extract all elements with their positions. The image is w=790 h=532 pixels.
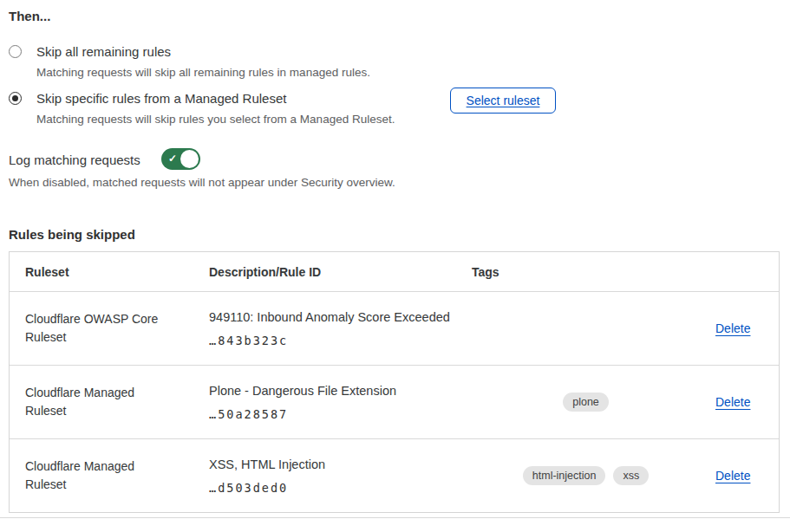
toggle-knob [180,150,199,168]
delete-rule-link[interactable]: Delete [715,321,750,335]
column-header-description-rule-id: Description/Rule ID [193,252,456,291]
tag-badge: xss [613,466,649,485]
rule-description: 949110: Inbound Anomaly Score Exceeded [209,310,456,325]
column-header-ruleset: Ruleset [10,252,193,291]
rule-description-cell: XSS, HTML Injection …d503ded0 [193,439,456,512]
rule-description-cell: Plone - Dangerous File Extension …50a285… [193,366,456,438]
then-heading: Then... [9,9,50,23]
tag-badge: html-injection [523,466,606,485]
tags-cell: plone [456,366,700,438]
rule-id: …d503ded0 [209,481,456,495]
radio-skip-all-remaining[interactable] [9,45,22,58]
ruleset-name: Cloudflare OWASP Core Ruleset [10,292,193,365]
option-skip-specific-label[interactable]: Skip specific rules from a Managed Rules… [36,90,522,107]
delete-rule-link[interactable]: Delete [715,395,750,409]
table-row: Cloudflare Managed Ruleset Plone - Dange… [10,365,779,438]
option-skip-specific-rules: Skip specific rules from a Managed Rules… [9,90,522,127]
rule-id: …50a28587 [209,407,456,421]
delete-rule-link[interactable]: Delete [715,469,750,483]
log-matching-requests-toggle[interactable]: ✓ [161,148,200,170]
column-header-actions [700,252,779,291]
select-ruleset-button[interactable]: Select ruleset [450,88,556,114]
table-row: Cloudflare Managed Ruleset XSS, HTML Inj… [10,438,779,512]
ruleset-name: Cloudflare Managed Ruleset [10,366,193,438]
option-skip-all-remaining: Skip all remaining rules Matching reques… [9,43,522,80]
ruleset-name: Cloudflare Managed Ruleset [10,439,193,512]
rule-description: XSS, HTML Injection [209,457,456,472]
rules-being-skipped-table: Ruleset Description/Rule ID Tags Cloudfl… [9,251,780,513]
tags-cell [456,292,700,365]
rule-id: …843b323c [209,334,456,347]
rule-description: Plone - Dangerous File Extension [209,384,456,399]
section-divider [0,517,790,518]
actions-cell: Delete [700,366,779,438]
check-icon: ✓ [168,152,177,165]
log-matching-requests-description: When disabled, matched requests will not… [9,176,395,189]
column-header-tags: Tags [456,252,700,291]
option-skip-all-label[interactable]: Skip all remaining rules [36,43,522,60]
table-header-row: Ruleset Description/Rule ID Tags [10,252,779,291]
option-skip-all-description: Matching requests will skip all remainin… [36,65,522,80]
option-skip-specific-description: Matching requests will skip rules you se… [36,112,522,127]
tag-badge: plone [563,393,609,412]
rule-description-cell: 949110: Inbound Anomaly Score Exceeded …… [193,292,456,365]
log-matching-requests-label: Log matching requests [9,152,140,167]
tags-cell: html-injection xss [456,439,700,512]
radio-skip-specific-rules[interactable] [9,92,22,105]
actions-cell: Delete [700,292,779,365]
actions-cell: Delete [700,439,779,512]
rules-being-skipped-heading: Rules being skipped [9,227,135,242]
table-row: Cloudflare OWASP Core Ruleset 949110: In… [10,291,779,365]
